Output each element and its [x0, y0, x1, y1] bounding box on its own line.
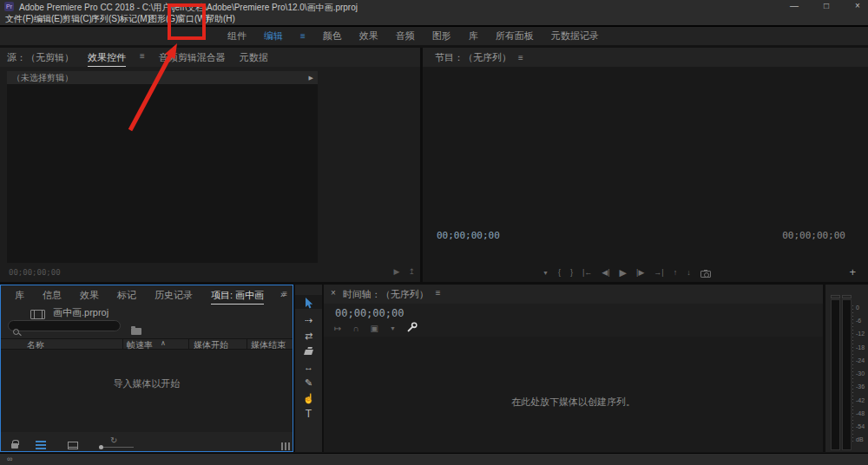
menu-item-clip[interactable]: 剪辑(C) — [62, 13, 91, 25]
maximize-button[interactable]: □ — [820, 1, 832, 10]
go-to-out-button[interactable]: →| — [654, 268, 663, 277]
meter-label-48: -48 — [856, 410, 865, 416]
project-file-row: 画中画.prproj — [1, 306, 293, 318]
meter-bar-right — [842, 299, 852, 450]
play-button[interactable]: ▶ — [620, 267, 627, 278]
transport-controls: ▼ { } |← ◀| ▶ |▶ →| ↑ ↓ — [542, 266, 711, 278]
workspace-tab-assembly[interactable]: 组件 — [227, 29, 247, 43]
tab-source-monitor[interactable]: 源：（无剪辑） — [7, 51, 74, 64]
icon-view-button[interactable] — [68, 442, 78, 449]
step-forward-button[interactable]: |▶ — [636, 268, 644, 277]
workspace-tab-metalogging[interactable]: 元数据记录 — [551, 29, 599, 43]
tab-metadata[interactable]: 元数据 — [240, 51, 268, 64]
close-tab-icon[interactable]: × — [331, 288, 336, 298]
selection-tool-icon[interactable] — [295, 295, 322, 309]
no-clip-selected-label: （未选择剪辑） — [12, 73, 73, 82]
meter-scale-ticks — [852, 305, 853, 444]
close-button[interactable]: × — [852, 1, 864, 10]
panel-menu-icon[interactable]: ≡ — [518, 53, 523, 62]
zoom-slider[interactable] — [99, 447, 134, 448]
tab-program-monitor[interactable]: 节目：（无序列） — [435, 51, 511, 64]
effect-controls-panel: 源：（无剪辑） 效果控件 ≡ 音频剪辑混合器 元数据 （未选择剪辑） ▶ 00;… — [0, 48, 420, 282]
timeline-panel: × 时间轴：（无序列） ≡ 00;00;00;00 ↦ ∩ ▣ ▼ — [324, 285, 823, 452]
timeline-content: 00;00;00;00 ↦ ∩ ▣ ▼ 在此处放下媒体以创建 — [324, 304, 823, 452]
hand-tool-icon[interactable]: ☝ — [295, 391, 322, 405]
menu-item-edit[interactable]: 编辑(E) — [34, 13, 62, 25]
play-audio-icon[interactable]: ▶ — [394, 267, 400, 276]
readonly-lock-icon[interactable] — [11, 443, 18, 449]
step-back-button[interactable]: ◀| — [602, 268, 609, 277]
sort-icons-button[interactable]: ↻ — [110, 436, 117, 445]
go-to-in-button[interactable]: |← — [582, 268, 592, 277]
panel-menu-icon[interactable]: ≡ — [436, 288, 441, 298]
tab-audio-clip-mixer[interactable]: 音频剪辑混合器 — [159, 51, 226, 64]
sort-caret-icon[interactable]: ∧ — [161, 339, 166, 347]
workspace-tab-color[interactable]: 颜色 — [323, 29, 342, 43]
list-view-button[interactable] — [36, 441, 46, 449]
filter-bin-icon[interactable] — [131, 328, 141, 335]
workspace-tab-graphics[interactable]: 图形 — [432, 29, 451, 43]
project-search-row — [1, 320, 293, 334]
minimize-button[interactable]: — — [788, 1, 800, 10]
menu-item-markers[interactable]: 标记(M) — [120, 13, 148, 25]
tab-info[interactable]: 信息 — [43, 289, 62, 302]
menu-item-help[interactable]: 帮助(H) — [206, 13, 234, 25]
workspace-tab-editing[interactable]: 编辑 — [264, 29, 283, 43]
export-icon[interactable]: ↥ — [408, 267, 415, 276]
timeline-drop-area[interactable]: 在此处放下媒体以创建序列。 — [324, 337, 823, 452]
workspace-menu-icon[interactable]: ≡ — [300, 31, 306, 41]
project-panel: 库 信息 效果 标记 历史记录 项目: 画中画 ≡ » 画中画.prproj — [0, 285, 293, 452]
tab-markers[interactable]: 标记 — [117, 289, 136, 302]
expand-arrow-icon[interactable]: ▶ — [309, 71, 313, 84]
pen-tool-icon[interactable]: ✎ — [295, 376, 322, 390]
add-marker-button[interactable]: ▼ — [542, 270, 549, 276]
top-panels: 源：（无剪辑） 效果控件 ≡ 音频剪辑混合器 元数据 （未选择剪辑） ▶ 00;… — [0, 48, 868, 282]
search-input[interactable] — [8, 320, 121, 331]
menu-item-sequence[interactable]: 序列(S) — [91, 13, 120, 25]
workspace-tab-effects[interactable]: 效果 — [359, 29, 378, 43]
tab-libraries[interactable]: 库 — [15, 289, 24, 302]
tab-timeline[interactable]: 时间轴：（无序列） — [343, 288, 429, 301]
timeline-settings-wrench-icon[interactable] — [407, 322, 418, 334]
menu-item-file[interactable]: 文件(F) — [5, 13, 34, 25]
sync-status-icon[interactable]: ∞ — [7, 455, 12, 463]
type-tool-icon[interactable]: T — [295, 407, 322, 421]
effect-controls-empty-area: （未选择剪辑） ▶ — [7, 71, 318, 267]
meter-label-42: -42 — [856, 397, 865, 403]
premiere-window: Pr Adobe Premiere Pro CC 2018 - C:\用户\je… — [0, 0, 868, 465]
workspace-tab-audio[interactable]: 音频 — [396, 29, 415, 43]
tab-overflow-icon[interactable]: » — [280, 289, 286, 299]
automate-to-sequence-button[interactable] — [281, 442, 290, 450]
program-monitor-panel: 节目：（无序列） ≡ 00;00;00;00 00;00;00;00 ▼ { }… — [423, 48, 868, 282]
snap-toggle-icon[interactable]: ∩ — [352, 324, 358, 333]
insert-overwrite-icon[interactable]: ↦ — [334, 324, 341, 333]
tab-effect-controls[interactable]: 效果控件 — [88, 51, 126, 67]
meter-label-6: -6 — [856, 318, 861, 324]
premiere-app-icon: Pr — [4, 2, 14, 11]
effect-controls-timecode: 00;00;00;00 — [9, 268, 61, 277]
project-file-name[interactable]: 画中画.prproj — [53, 306, 108, 319]
project-toolbar: ↻ — [1, 432, 293, 451]
razor-tool-icon[interactable] — [295, 344, 322, 358]
project-item-list[interactable]: 导入媒体以开始 — [1, 350, 293, 432]
ripple-edit-tool-icon[interactable]: ⇄ — [295, 329, 322, 343]
add-marker-icon[interactable]: ▼ — [390, 325, 396, 331]
meter-label-db: dB — [856, 436, 864, 442]
export-frame-button[interactable] — [700, 271, 711, 278]
slip-tool-icon[interactable]: ↔ — [295, 360, 322, 374]
workspace-tab-all-panels[interactable]: 所有面板 — [496, 29, 534, 43]
extract-button[interactable]: ↓ — [687, 268, 691, 277]
mark-out-button[interactable]: } — [570, 268, 573, 277]
button-editor-plus-button[interactable]: + — [849, 265, 856, 278]
tab-effects[interactable]: 效果 — [80, 289, 99, 302]
mark-in-button[interactable]: { — [558, 268, 561, 277]
linked-selection-icon[interactable]: ▣ — [371, 324, 378, 333]
track-select-forward-tool-icon[interactable]: ⇢ — [295, 313, 322, 327]
lift-button[interactable]: ↑ — [674, 268, 678, 277]
tab-history[interactable]: 历史记录 — [155, 289, 193, 302]
panel-menu-icon[interactable]: ≡ — [140, 51, 145, 61]
tab-project[interactable]: 项目: 画中画 — [211, 289, 264, 305]
meter-label-18: -18 — [856, 344, 865, 350]
workspace-tab-libraries[interactable]: 库 — [469, 29, 478, 43]
menu-bar: 文件(F) 编辑(E) 剪辑(C) 序列(S) 标记(M) 图形(G) 窗口(W… — [0, 13, 868, 25]
